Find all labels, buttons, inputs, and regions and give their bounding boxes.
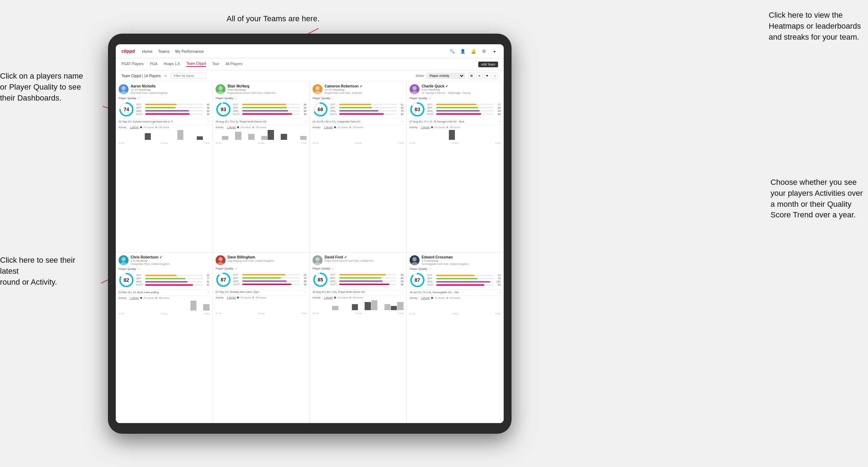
activity-period[interactable]: 1 Month: [324, 126, 333, 129]
player-name[interactable]: Charlie Quick ✓: [422, 84, 501, 88]
sub-nav-hcaps[interactable]: Hcaps 1-5: [164, 62, 180, 67]
arg-label: ARG: [427, 280, 435, 283]
user-icon[interactable]: 👤: [459, 48, 466, 55]
activity-period[interactable]: 1 Month: [324, 296, 333, 299]
activity-period[interactable]: 1 Month: [227, 126, 236, 129]
putt-bar-row: PUTT 85: [136, 113, 210, 115]
ott-value: 73: [495, 274, 501, 277]
filter-icon[interactable]: ▼: [484, 73, 490, 79]
quality-section: 82 OTT 60 APP 77 ARG 81: [119, 272, 210, 288]
svg-point-30: [314, 262, 321, 265]
nav-performance[interactable]: My Performance: [175, 49, 204, 53]
player-card[interactable]: Aaron Nicholls 11-15 Handicap Drift Golf…: [116, 81, 213, 252]
quality-circle[interactable]: 82: [119, 272, 134, 288]
latest-round[interactable]: 03 Mar 23 | 19, Must make putting →: [119, 289, 210, 294]
latest-round[interactable]: 26 Aug 23 | 73 (+1), Royal North Devon G…: [216, 119, 307, 123]
add-team-button[interactable]: Add Team: [478, 62, 498, 67]
player-name[interactable]: Edward Crossman: [422, 255, 501, 259]
avatar-icon[interactable]: ●: [491, 48, 498, 55]
arg-value: 84: [204, 110, 210, 112]
sub-nav-team-clippd[interactable]: Team Clippd: [186, 62, 206, 67]
date-mid: 21 Aug: [355, 142, 361, 144]
player-name[interactable]: Dave Billingham: [228, 255, 307, 259]
sub-nav-tour[interactable]: Tour: [212, 62, 219, 67]
activity-period[interactable]: 1 Month: [227, 296, 236, 299]
app-fill: [339, 277, 381, 279]
date-mid: 21 Aug: [258, 142, 264, 144]
sub-nav-pgat[interactable]: PGAT Players: [121, 62, 143, 67]
nav-items: Home Teams My Performance: [142, 49, 441, 53]
putt-track: [145, 284, 203, 286]
putt-value: 94: [301, 283, 307, 286]
list-view-icon[interactable]: ≡: [476, 73, 482, 79]
putt-track: [145, 113, 203, 115]
nav-teams[interactable]: Teams: [158, 49, 170, 53]
round-arrow-icon: →: [304, 290, 307, 294]
player-card[interactable]: David Ford ✓ Royal North Devon Golf Club…: [310, 252, 407, 423]
player-name[interactable]: Aaron Nicholls: [131, 84, 210, 88]
sort-icon[interactable]: ↕: [492, 73, 498, 79]
player-name[interactable]: Blair McHarg: [228, 84, 307, 88]
quality-circle[interactable]: 85: [313, 272, 328, 287]
grid-view-icon[interactable]: ⊞: [468, 73, 475, 79]
date-end: 4 Sep: [398, 312, 404, 314]
quality-circle[interactable]: 68: [313, 102, 328, 117]
player-card[interactable]: Cameron Robertson ✓ 11-15 Handicap Royal…: [310, 81, 407, 252]
player-name[interactable]: Chris Robertson ✓: [131, 255, 210, 259]
player-card[interactable]: Blair McHarg Plus Handicap Royal North D…: [213, 81, 310, 252]
quality-circle[interactable]: 74: [119, 102, 134, 117]
player-name[interactable]: Cameron Robertson ✓: [325, 84, 404, 88]
quality-bars: OTT 84 APP 85 ARG 88 PUTT 95: [233, 103, 307, 115]
activity-header: Activity · 1 Month On course Off course: [119, 126, 210, 129]
player-name[interactable]: David Ford ✓: [325, 255, 404, 259]
activity-header: Activity · 1 Month On course Off course: [313, 296, 404, 299]
activity-period[interactable]: 1 Month: [130, 297, 139, 299]
sub-nav-pga[interactable]: PGA: [150, 62, 157, 67]
player-avatar: [119, 84, 129, 94]
arg-fill: [145, 281, 188, 283]
show-dropdown[interactable]: Player Activity Quality Score Trend: [427, 73, 465, 79]
bell-icon[interactable]: 🔔: [470, 48, 477, 55]
search-icon[interactable]: 🔍: [449, 48, 456, 55]
latest-round[interactable]: 18 Jul 23 | 74 (+4), Sunningdale GC - Ol…: [410, 289, 501, 294]
sub-nav-all-players[interactable]: All Players: [225, 62, 242, 67]
ott-label: OTT: [233, 274, 241, 276]
latest-round[interactable]: 04 Sep 23 | Mobility with coach, Gym →: [216, 289, 307, 294]
chart-dates: 31 Jul 21 Aug 4 Sep: [216, 312, 307, 314]
latest-round[interactable]: 02 Sep 23 | Sunset round to get back int…: [119, 119, 210, 123]
on-course-dot: [334, 297, 336, 298]
quality-number: 87: [415, 277, 420, 283]
quality-circle[interactable]: 87: [216, 272, 231, 287]
quality-bars: OTT 82 APP 74 ARG 85 PUTT 94: [233, 274, 307, 286]
nav-home[interactable]: Home: [142, 49, 152, 53]
player-handicap: 11-15 Handicap: [131, 88, 210, 91]
player-card[interactable]: Charlie Quick ✓ 6-10 Handicap St. George…: [407, 81, 504, 252]
player-header: Aaron Nicholls 11-15 Handicap Drift Golf…: [119, 84, 210, 95]
filter-input[interactable]: [171, 73, 206, 79]
latest-round[interactable]: 02 Jul 23 | 59 (+17), Craigmillar Park G…: [313, 119, 404, 123]
activity-period[interactable]: 1 Month: [421, 126, 430, 129]
quality-circle[interactable]: 87: [410, 272, 425, 288]
player-card[interactable]: Chris Robertson ✓ 1-5 Handicap Craigmill…: [116, 252, 213, 423]
date-end: 4 Sep: [398, 142, 404, 144]
app-track: [436, 107, 494, 108]
arg-track: [436, 281, 494, 283]
putt-bar-row: PUTT 92: [427, 284, 501, 286]
latest-round[interactable]: 07 Aug 23 | 77 (+7), St George's Hill GC…: [410, 119, 501, 123]
putt-value: 92: [495, 284, 501, 286]
ott-bar-row: OTT 82: [233, 274, 307, 276]
settings-icon[interactable]: ⚙: [480, 48, 487, 55]
player-info: Dave Billingham Sag Maging Golf Club, Un…: [228, 255, 307, 263]
latest-round[interactable]: 26 Aug 23 | 84 (+12), Royal North Devon …: [313, 289, 404, 294]
off-course-label: Off course: [256, 126, 266, 129]
activity-period[interactable]: 1 Month: [421, 297, 430, 299]
quality-number: 74: [124, 107, 129, 112]
player-header: Dave Billingham Sag Maging Golf Club, Un…: [216, 255, 307, 265]
quality-circle[interactable]: 93: [216, 102, 231, 117]
player-card[interactable]: Edward Crossman 1-5 Handicap Sunningdale…: [407, 252, 504, 423]
activity-period[interactable]: 1 Month: [130, 126, 139, 129]
quality-circle[interactable]: 83: [410, 102, 425, 117]
player-card[interactable]: Dave Billingham Sag Maging Golf Club, Un…: [213, 252, 310, 423]
quality-label: Player Quality ⓘ: [216, 267, 307, 270]
edit-icon[interactable]: ✏: [164, 74, 167, 78]
